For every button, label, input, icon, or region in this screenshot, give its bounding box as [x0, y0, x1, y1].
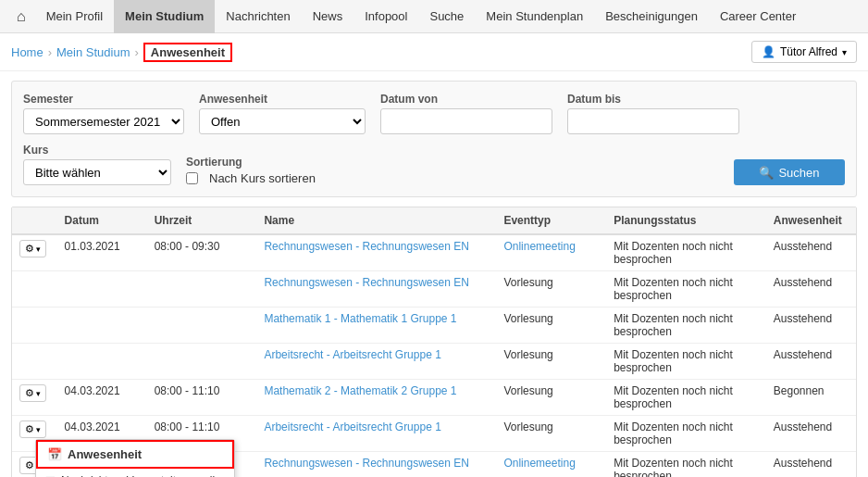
cell-datum: 04.03.2021 [57, 380, 147, 416]
table-row: Mathematik 1 - Mathematik 1 Gruppe 1Vorl… [12, 308, 856, 344]
top-navigation: ⌂ Mein Profil Mein Studium Nachrichten N… [0, 0, 868, 33]
filter-group-anwesenheit: Anwesenheit Offen [199, 93, 366, 134]
nav-item-stundenplan[interactable]: Mein Stundenplan [475, 0, 594, 33]
sort-checkbox[interactable] [186, 172, 198, 184]
nav-item-infopool[interactable]: Infopool [353, 0, 418, 33]
table-row: Rechnungswesen - Rechnungswesen ENVorles… [12, 271, 856, 308]
nav-item-career-center[interactable]: Career Center [709, 0, 807, 33]
cell-name[interactable]: Rechnungswesen - Rechnungswesen EN [256, 234, 496, 271]
mail-icon-1: ✉ [45, 473, 56, 477]
table-header-row: Datum Uhrzeit Name Eventtyp Planungsstat… [12, 207, 856, 234]
breadcrumb-sep-2: › [135, 45, 139, 59]
gear-button[interactable]: ⚙ ▾ [19, 421, 46, 438]
col-header-anwesenheit: Anwesenheit [766, 207, 856, 234]
search-icon: 🔍 [759, 166, 774, 180]
col-header-planungsstatus: Planungsstatus [606, 207, 766, 234]
cell-name[interactable]: Arbeitsrecht - Arbeitsrecht Gruppe 1 [256, 416, 496, 452]
cell-anwesenheit: Ausstehend [766, 344, 856, 380]
cell-name[interactable]: Mathematik 1 - Mathematik 1 Gruppe 1 [256, 308, 496, 344]
nav-item-bescheinigungen[interactable]: Bescheinigungen [594, 0, 709, 33]
cell-eventtyp: Vorlesung [496, 380, 606, 416]
cell-planungsstatus: Mit Dozenten noch nicht besprochen [606, 380, 766, 416]
kurs-label: Kurs [23, 144, 171, 157]
cell-datum [57, 344, 147, 380]
col-header-name: Name [256, 207, 496, 234]
cell-eventtyp: Onlinemeeting [496, 452, 606, 478]
tutor-icon: 👤 [762, 45, 775, 58]
nav-item-nachrichten[interactable]: Nachrichten [215, 0, 301, 33]
sort-row: Nach Kurs sortieren [186, 171, 316, 185]
datum-von-input[interactable] [380, 108, 552, 134]
dropdown-header-label: Anwesenheit [68, 447, 142, 461]
col-header-uhrzeit: Uhrzeit [147, 207, 257, 234]
menu-item-label-1: Nachricht an Veranstaltungsreihe [61, 474, 225, 478]
cell-anwesenheit: Ausstehend [766, 308, 856, 344]
filter-group-semester: Semester Sommersemester 2021 [23, 93, 184, 134]
cell-planungsstatus: Mit Dozenten noch nicht besprochen [606, 344, 766, 380]
cell-name[interactable]: Rechnungswesen - Rechnungswesen EN [256, 271, 496, 308]
attendance-table: Datum Uhrzeit Name Eventtyp Planungsstat… [12, 207, 856, 477]
breadcrumb-sep-1: › [48, 45, 52, 59]
cell-anwesenheit: Ausstehend [766, 416, 856, 452]
cell-planungsstatus: Mit Dozenten noch nicht besprochen [606, 452, 766, 478]
cell-planungsstatus: Mit Dozenten noch nicht besprochen [606, 234, 766, 271]
kurs-select[interactable]: Bitte wählen [23, 159, 171, 185]
home-icon[interactable]: ⌂ [7, 1, 35, 32]
cell-eventtyp: Vorlesung [496, 308, 606, 344]
anwesenheit-select[interactable]: Offen [199, 108, 366, 134]
breadcrumb-current: Anwesenheit [143, 43, 232, 62]
filter-panel: Semester Sommersemester 2021 Anwesenheit… [11, 81, 857, 197]
cell-uhrzeit: 08:00 - 11:10 [147, 380, 257, 416]
semester-select[interactable]: Sommersemester 2021 [23, 108, 184, 134]
dropdown-menu: 📅 Anwesenheit ✉ Nachricht an Veranstaltu… [35, 439, 235, 477]
cell-datum [57, 271, 147, 308]
tutor-button[interactable]: 👤 Tütor Alfred ▾ [751, 41, 857, 63]
cell-eventtyp: Onlinemeeting [496, 234, 606, 271]
cell-eventtyp: Vorlesung [496, 271, 606, 308]
datum-von-label: Datum von [380, 93, 552, 106]
cell-anwesenheit: Begonnen [766, 380, 856, 416]
cell-eventtyp: Vorlesung [496, 416, 606, 452]
cell-planungsstatus: Mit Dozenten noch nicht besprochen [606, 271, 766, 308]
gear-button[interactable]: ⚙ ▾ [19, 240, 46, 257]
nav-item-suche[interactable]: Suche [418, 0, 475, 33]
table-row: ⚙ ▾04.03.202108:00 - 11:10Mathematik 2 -… [12, 380, 856, 416]
nav-item-mein-studium[interactable]: Mein Studium [114, 0, 215, 33]
tutor-caret-icon: ▾ [842, 47, 847, 57]
cell-datum [57, 308, 147, 344]
nav-item-mein-profil[interactable]: Mein Profil [35, 0, 114, 33]
filter-bottom-row: Kurs Bitte wählen Sortierung Nach Kurs s… [23, 144, 845, 185]
datum-bis-label: Datum bis [567, 93, 739, 106]
dropdown-header-icon: 📅 [47, 447, 62, 461]
cell-name[interactable]: Mathematik 2 - Mathematik 2 Gruppe 1 [256, 380, 496, 416]
cell-uhrzeit [147, 308, 257, 344]
cell-name[interactable]: Arbeitsrecht - Arbeitsrecht Gruppe 1 [256, 344, 496, 380]
sort-checkbox-label: Nach Kurs sortieren [209, 171, 316, 185]
cell-uhrzeit [147, 271, 257, 308]
cell-name[interactable]: Rechnungswesen - Rechnungswesen EN [256, 452, 496, 478]
sortierung-label: Sortierung [186, 156, 316, 169]
semester-label: Semester [23, 93, 184, 106]
dropdown-header: 📅 Anwesenheit [36, 440, 234, 469]
datum-bis-input[interactable] [567, 108, 739, 134]
menu-item-nachricht-veranstaltung[interactable]: ✉ Nachricht an Veranstaltungsreihe [36, 469, 234, 477]
breadcrumb-parent[interactable]: Mein Studium [56, 45, 130, 59]
nav-item-news[interactable]: News [302, 0, 354, 33]
table-container: Datum Uhrzeit Name Eventtyp Planungsstat… [11, 207, 857, 477]
cell-datum: 01.03.2021 [57, 234, 147, 271]
cell-uhrzeit [147, 344, 257, 380]
table-row: Arbeitsrecht - Arbeitsrecht Gruppe 1Vorl… [12, 344, 856, 380]
search-button[interactable]: 🔍 Suchen [734, 159, 845, 185]
cell-planungsstatus: Mit Dozenten noch nicht besprochen [606, 416, 766, 452]
table-row: ⚙ ▾01.03.202108:00 - 09:30Rechnungswesen… [12, 234, 856, 271]
tutor-label: Tütor Alfred [780, 45, 837, 58]
gear-button[interactable]: ⚙ ▾ [19, 384, 46, 402]
filter-row-top: Semester Sommersemester 2021 Anwesenheit… [23, 93, 845, 134]
filter-group-kurs: Kurs Bitte wählen [23, 144, 171, 185]
anwesenheit-label: Anwesenheit [199, 93, 366, 106]
breadcrumb: Home › Mein Studium › Anwesenheit [11, 43, 232, 62]
cell-anwesenheit: Ausstehend [766, 234, 856, 271]
breadcrumb-home[interactable]: Home [11, 45, 43, 59]
cell-anwesenheit: Ausstehend [766, 271, 856, 308]
cell-uhrzeit: 08:00 - 09:30 [147, 234, 257, 271]
